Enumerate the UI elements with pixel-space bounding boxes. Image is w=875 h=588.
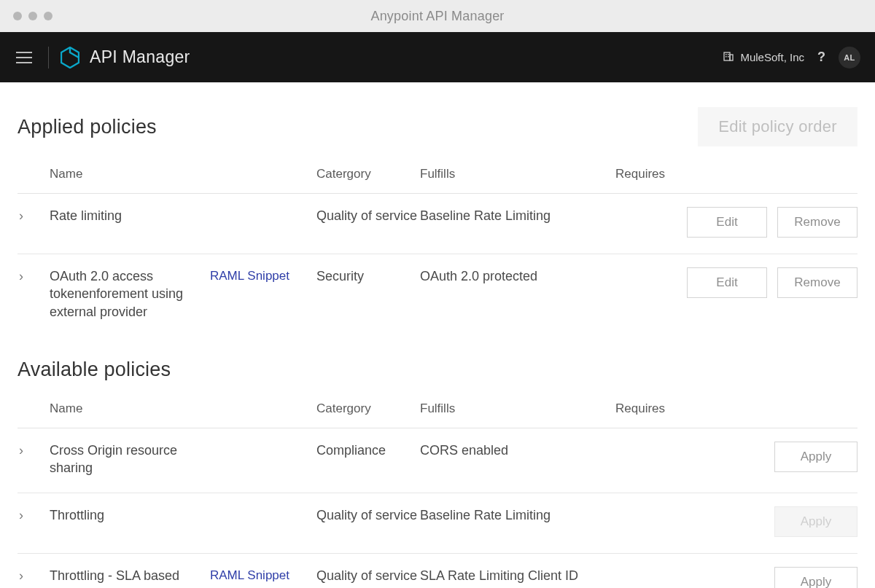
raml-snippet-link[interactable]: RAML Snippet	[210, 567, 316, 583]
apply-button[interactable]: Apply	[774, 442, 858, 472]
expand-row-icon[interactable]: ›	[18, 442, 50, 458]
col-category: Catergory	[316, 167, 420, 186]
svg-rect-1	[724, 52, 730, 60]
building-icon	[723, 50, 734, 64]
policy-fulfills: SLA Rate Limiting Client ID required	[420, 567, 615, 588]
policy-category: Quality of service	[316, 567, 420, 584]
expand-row-icon[interactable]: ›	[18, 506, 50, 523]
policy-fulfills: Baseline Rate Limiting	[420, 207, 615, 224]
policy-category: Quality of service	[316, 207, 420, 224]
app-title: API Manager	[90, 47, 190, 67]
raml-snippet-link[interactable]	[210, 207, 316, 208]
apply-button: Apply	[774, 506, 858, 537]
available-table-header: Name Catergory Fulfills Requires	[18, 401, 858, 428]
avatar[interactable]: AL	[839, 47, 860, 68]
svg-rect-2	[730, 55, 733, 60]
policy-name: Rate limiting	[50, 207, 210, 224]
col-requires: Requires	[615, 167, 684, 186]
window-title: Anypoint API Manager	[0, 9, 875, 24]
org-switcher[interactable]: MuleSoft, Inc	[723, 50, 804, 64]
applied-policies-heading: Applied policies	[18, 116, 157, 138]
expand-row-icon[interactable]: ›	[18, 207, 50, 224]
policy-fulfills: CORS enabled	[420, 442, 615, 459]
remove-button[interactable]: Remove	[777, 267, 858, 298]
svg-rect-6	[728, 56, 729, 58]
expand-row-icon[interactable]: ›	[18, 267, 50, 284]
raml-snippet-link[interactable]: RAML Snippet	[210, 267, 316, 283]
raml-snippet-link[interactable]	[210, 442, 316, 443]
policy-category: Quality of service	[316, 506, 420, 524]
col-name: Name	[50, 167, 210, 186]
window-titlebar: Anypoint API Manager	[0, 0, 875, 32]
help-button[interactable]: ?	[817, 50, 825, 65]
remove-button[interactable]: Remove	[777, 207, 858, 238]
policy-name: Throttling - SLA based	[50, 567, 210, 584]
policy-name: Throttling	[50, 506, 210, 524]
org-name: MuleSoft, Inc	[740, 51, 804, 63]
edit-button[interactable]: Edit	[687, 267, 767, 298]
table-row: › OAuth 2.0 access tokenenforement using…	[18, 254, 858, 337]
table-row: › Cross Origin resource sharing Complian…	[18, 428, 858, 494]
edit-policy-order-button[interactable]: Edit policy order	[698, 107, 858, 146]
svg-rect-5	[726, 56, 727, 58]
policy-fulfills: OAuth 2.0 protected	[420, 267, 615, 285]
menu-button[interactable]	[16, 47, 36, 68]
policy-name: Cross Origin resource sharing	[50, 442, 210, 477]
col-category: Catergory	[316, 401, 420, 420]
col-name: Name	[50, 401, 210, 420]
app-bar: API Manager MuleSoft, Inc ? AL	[0, 32, 875, 82]
policy-name: OAuth 2.0 access tokenenforement using e…	[50, 267, 210, 321]
edit-button[interactable]: Edit	[687, 207, 767, 238]
svg-rect-3	[726, 54, 727, 55]
col-fulfills: Fulfills	[420, 167, 615, 186]
policy-category: Security	[316, 267, 420, 285]
col-requires: Requires	[615, 401, 684, 420]
available-policies-heading: Available policies	[18, 358, 858, 381]
policy-fulfills: Baseline Rate Limiting	[420, 506, 615, 524]
applied-table-header: Name Catergory Fulfills Requires	[18, 167, 858, 194]
table-row: › Throttling Quality of service Baseline…	[18, 493, 858, 554]
policy-category: Compliance	[316, 442, 420, 459]
col-fulfills: Fulfills	[420, 401, 615, 420]
separator	[48, 47, 49, 68]
raml-snippet-link[interactable]	[210, 506, 316, 508]
expand-row-icon[interactable]: ›	[18, 567, 50, 584]
product-logo-icon	[61, 47, 79, 68]
apply-button[interactable]: Apply	[774, 567, 858, 588]
table-row: › Throttling - SLA based RAML Snippet Qu…	[18, 554, 858, 588]
table-row: › Rate limiting Quality of service Basel…	[18, 194, 858, 254]
svg-rect-4	[728, 54, 729, 55]
